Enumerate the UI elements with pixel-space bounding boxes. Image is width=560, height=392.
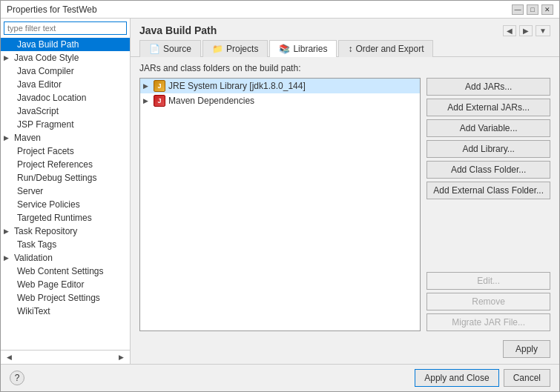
sidebar-item-maven[interactable]: ▶Maven	[1, 131, 130, 144]
maximize-button[interactable]: □	[527, 4, 538, 15]
sidebar-item-javadoc-location[interactable]: Javadoc Location	[1, 91, 130, 104]
tab-libraries[interactable]: 📚Libraries	[269, 40, 337, 57]
nav-back-button[interactable]: ◀	[503, 25, 516, 36]
sidebar-item-java-editor[interactable]: Java Editor	[1, 78, 130, 91]
sidebar-item-web-content-settings[interactable]: Web Content Settings	[1, 265, 130, 278]
order-and-export-tab-icon: ↕	[348, 44, 352, 54]
add-library-button[interactable]: Add Library...	[426, 140, 550, 158]
tree-item-label: Maven Dependencies	[168, 96, 254, 106]
sidebar-item-validation[interactable]: ▶Validation	[1, 251, 130, 265]
close-button[interactable]: ✕	[541, 4, 553, 15]
add-class-folder-button[interactable]: Add Class Folder...	[426, 161, 550, 179]
sidebar-item-project-references[interactable]: Project References	[1, 158, 130, 171]
sidebar-item-jsp-fragment[interactable]: JSP Fragment	[1, 118, 130, 131]
build-path-container: ▶JJRE System Library [jdk1.8.0_144]▶JMav…	[139, 78, 550, 331]
sidebar-item-java-code-style[interactable]: ▶Java Code Style	[1, 51, 130, 64]
filter-input[interactable]	[4, 21, 127, 35]
tab-order-and-export[interactable]: ↕Order and Export	[338, 40, 433, 57]
libraries-tab-icon: 📚	[279, 44, 290, 54]
properties-dialog: Properties for TestWeb — □ ✕ Java Build …	[0, 0, 560, 392]
panel-nav: ◀ ▶ ▼	[503, 25, 550, 36]
buttons-panel: Add JARs...Add External JARs...Add Varia…	[426, 78, 550, 331]
source-tab-icon: 📄	[149, 44, 160, 54]
tab-label: Libraries	[293, 44, 327, 54]
sidebar-item-java-build-path[interactable]: Java Build Path	[1, 38, 130, 51]
sidebar-item-targeted-runtimes[interactable]: Targeted Runtimes	[1, 211, 130, 225]
sidebar-item-label: JSP Fragment	[17, 119, 73, 130]
sidebar-item-web-page-editor[interactable]: Web Page Editor	[1, 278, 130, 291]
minimize-button[interactable]: —	[512, 4, 524, 15]
panel-content-area: JARs and class folders on the build path…	[131, 57, 559, 334]
sidebar-item-javascript[interactable]: JavaScript	[1, 104, 130, 118]
tab-projects[interactable]: 📁Projects	[202, 40, 268, 57]
tree-item-maven-dependencies[interactable]: ▶JMaven Dependencies	[140, 93, 420, 108]
panel-header: Java Build Path ◀ ▶ ▼	[131, 19, 559, 39]
sidebar-item-run-debug-settings[interactable]: Run/Debug Settings	[1, 171, 130, 185]
apply-button[interactable]: Apply	[503, 340, 550, 358]
title-bar: Properties for TestWeb — □ ✕	[1, 1, 559, 19]
expand-icon: ▶	[4, 254, 11, 262]
sidebar-item-task-tags[interactable]: Task Tags	[1, 238, 130, 251]
help-button[interactable]: ?	[10, 371, 24, 385]
scroll-right-icon[interactable]: ▶	[114, 352, 128, 362]
tree-item-label: JRE System Library [jdk1.8.0_144]	[168, 81, 306, 91]
title-bar-controls: — □ ✕	[512, 4, 553, 15]
expand-icon: ▶	[4, 54, 11, 62]
panel-toolbar: 📄Source📁Projects📚Libraries↕Order and Exp…	[131, 39, 559, 57]
tab-label: Projects	[226, 44, 258, 54]
sidebar-item-label: Web Page Editor	[17, 279, 85, 290]
sidebar-item-label: Web Content Settings	[17, 266, 104, 276]
add-jars-button[interactable]: Add JARs...	[426, 78, 550, 96]
tree-expand-icon: ▶	[143, 97, 151, 104]
sidebar-item-label: Java Editor	[17, 79, 62, 90]
tab-source[interactable]: 📄Source	[139, 40, 201, 57]
sidebar-item-label: Run/Debug Settings	[17, 173, 96, 183]
sidebar-item-label: Server	[17, 186, 43, 196]
panel-title: Java Build Path	[139, 24, 217, 36]
sidebar-item-label: Validation	[14, 253, 53, 263]
projects-tab-icon: 📁	[212, 44, 223, 54]
expand-icon: ▶	[4, 227, 11, 235]
sidebar-item-label: Project Facets	[17, 146, 74, 156]
sidebar-item-label: Service Policies	[17, 199, 80, 210]
apply-and-close-button[interactable]: Apply and Close	[415, 369, 498, 387]
add-external-jars-button[interactable]: Add External JARs...	[426, 99, 550, 116]
library-icon: J	[154, 95, 165, 107]
add-variable-button[interactable]: Add Variable...	[426, 119, 550, 137]
sidebar-item-server[interactable]: Server	[1, 185, 130, 198]
footer-right: Apply and Close Cancel	[415, 369, 550, 387]
tabs-container: 📄Source📁Projects📚Libraries↕Order and Exp…	[139, 39, 550, 56]
sidebar-item-label: Java Code Style	[14, 53, 79, 63]
sidebar-item-label: Web Project Settings	[17, 293, 100, 303]
scroll-left-icon[interactable]: ◀	[2, 352, 16, 362]
sidebar-item-label: JavaScript	[17, 106, 59, 116]
sidebar-item-wikitext[interactable]: WikiText	[1, 305, 130, 318]
sidebar-item-label: Task Repository	[14, 226, 77, 236]
sidebar-item-label: Task Tags	[17, 239, 56, 250]
sidebar-item-label: Javadoc Location	[17, 93, 86, 103]
sidebar-scroll-controls: ◀ ▶	[1, 350, 130, 364]
panel-description: JARs and class folders on the build path…	[139, 63, 550, 73]
sidebar-item-label: Maven	[14, 133, 41, 143]
nav-forward-button[interactable]: ▶	[519, 25, 533, 36]
button-spacer	[426, 202, 550, 269]
sidebar-item-java-compiler[interactable]: Java Compiler	[1, 64, 130, 78]
sidebar: Java Build Path▶Java Code StyleJava Comp…	[1, 19, 131, 364]
tab-label: Source	[163, 44, 191, 54]
sidebar-item-service-policies[interactable]: Service Policies	[1, 198, 130, 211]
cancel-button[interactable]: Cancel	[504, 369, 550, 387]
tree-panel: ▶JJRE System Library [jdk1.8.0_144]▶JMav…	[139, 78, 421, 331]
tree-expand-icon: ▶	[143, 82, 151, 90]
add-external-class-folder-button[interactable]: Add External Class Folder...	[426, 182, 550, 199]
bottom-area: Apply	[131, 334, 559, 364]
nav-dropdown-button[interactable]: ▼	[536, 25, 550, 36]
sidebar-list: Java Build Path▶Java Code StyleJava Comp…	[1, 38, 130, 350]
tree-item-jre-system-library[interactable]: ▶JJRE System Library [jdk1.8.0_144]	[140, 79, 420, 93]
sidebar-item-web-project-settings[interactable]: Web Project Settings	[1, 291, 130, 305]
dialog-title: Properties for TestWeb	[7, 4, 97, 15]
sidebar-item-task-repository[interactable]: ▶Task Repository	[1, 225, 130, 238]
footer-left: ?	[10, 371, 24, 385]
sidebar-item-project-facets[interactable]: Project Facets	[1, 144, 130, 158]
main-content: Java Build Path▶Java Code StyleJava Comp…	[1, 19, 559, 364]
sidebar-item-label: Java Compiler	[17, 66, 74, 76]
